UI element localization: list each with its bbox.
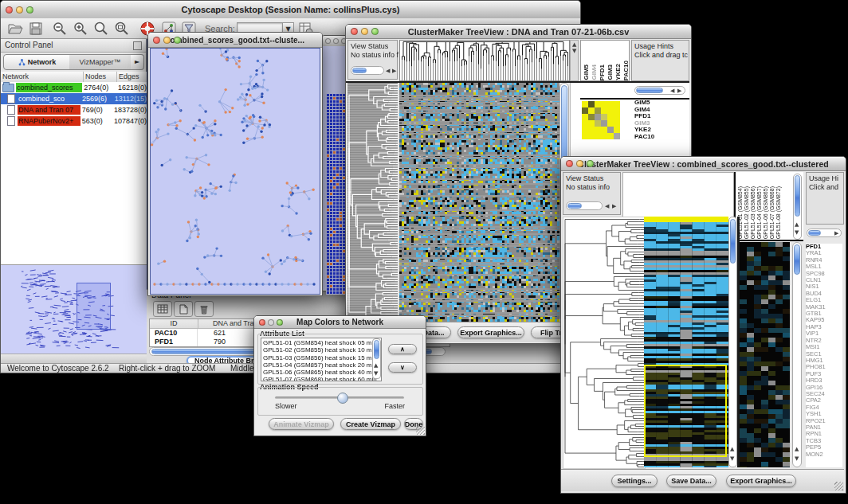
export-graphics-button[interactable]: Export Graphics... (726, 475, 796, 487)
matrix-cell[interactable] (595, 133, 601, 139)
attribute-list-item[interactable]: GPL51-03 (GSM856) heat shock 15 min (263, 354, 371, 361)
matrix-cell[interactable] (607, 133, 614, 139)
matrix-cell[interactable] (601, 120, 607, 127)
attribute-list-thumb[interactable] (374, 340, 379, 359)
matrix-cell[interactable] (588, 127, 595, 133)
scroll-left-icon[interactable]: ◀ (605, 204, 609, 209)
matrix-cell[interactable] (614, 127, 620, 133)
minimize-button[interactable] (16, 6, 23, 14)
scroll-up-icon[interactable]: ▲ (572, 42, 576, 48)
float-panel-icon[interactable] (133, 41, 142, 50)
tv1-status-scrollbar[interactable] (351, 66, 384, 75)
matrix-cell[interactable] (595, 101, 601, 107)
select-attributes-button[interactable] (153, 301, 172, 317)
tv2-selection-box[interactable] (644, 365, 727, 457)
matrix-cell[interactable] (582, 133, 588, 139)
matrix-cell[interactable] (595, 114, 601, 120)
tv2-status-scrollbar[interactable] (566, 201, 603, 210)
tv1-row-dendrogram[interactable] (347, 83, 398, 322)
zoom-out-icon[interactable] (52, 21, 68, 37)
treeview1-title-bar[interactable]: ClusterMaker TreeView : DNA and Tran 07-… (346, 25, 691, 39)
attribute-listbox[interactable]: GPL51-01 (GSM854) heat shock 05 minGPL51… (261, 338, 382, 381)
scroll-right-icon[interactable]: ▶ (612, 204, 616, 209)
zoom-button[interactable] (587, 160, 594, 167)
scroll-left-icon[interactable]: ◀ (386, 68, 390, 74)
scroll-up-icon[interactable]: ▲ (374, 363, 378, 369)
tv2-heatmap-thumb[interactable] (730, 219, 736, 264)
attribute-list-item[interactable]: GPL51-07 (GSM868) heat shock 60 min (263, 376, 371, 381)
tv2-zoom-thumb[interactable] (794, 244, 800, 275)
animate-vizmap-button[interactable]: Animate Vizmap (269, 418, 334, 430)
scroll-up-icon[interactable]: ▲ (730, 447, 734, 452)
attribute-list-item[interactable]: GPL51-02 (GSM855) heat shock 10 min (263, 346, 371, 354)
matrix-cell[interactable] (582, 127, 588, 133)
close-button[interactable] (566, 160, 573, 167)
matrix-cell[interactable] (595, 127, 601, 133)
minimize-button[interactable] (576, 160, 583, 167)
tv2-hints-scrollbar[interactable]: ▶ (807, 229, 842, 237)
tv2-status-thumb[interactable] (567, 203, 582, 209)
matrix-cell[interactable] (595, 107, 601, 114)
scroll-down-icon[interactable]: ▼ (795, 230, 799, 236)
matrix-cell[interactable] (588, 107, 595, 114)
scroll-up-icon[interactable]: ▲ (795, 222, 799, 228)
resize-grip[interactable] (416, 426, 425, 435)
scroll-right-icon[interactable]: ▶ (834, 231, 838, 236)
network-view-title-bar[interactable]: combined_scores_good.txt--cluste... (148, 33, 322, 48)
move-down-button[interactable]: ∨ (388, 362, 417, 373)
matrix-cell[interactable] (595, 120, 601, 127)
tv2-row-dendrogram[interactable] (563, 217, 646, 469)
create-vizmap-button[interactable]: Create Vizmap (340, 418, 401, 430)
minimize-button[interactable] (163, 37, 171, 44)
matrix-cell[interactable] (601, 127, 607, 133)
network-graph-canvas[interactable] (150, 48, 320, 295)
network-table-row[interactable]: DNA and Tran 07769(0)183728(0) (1, 104, 147, 115)
close-button[interactable] (259, 319, 265, 326)
inactive-minimize-button[interactable] (333, 38, 339, 44)
inactive-close-button[interactable] (325, 38, 331, 44)
col-edges[interactable]: Edges (117, 72, 147, 82)
delete-attribute-button[interactable] (194, 301, 214, 317)
matrix-cell[interactable] (582, 107, 588, 114)
matrix-cell[interactable] (614, 133, 620, 139)
birdseye-view[interactable] (1, 264, 147, 354)
matrix-cell[interactable] (614, 114, 620, 120)
scroll-left-icon[interactable]: ◀ (670, 88, 674, 94)
attribute-list-item[interactable]: GPL51-06 (GSM865) heat shock 40 min (263, 369, 371, 376)
new-attribute-button[interactable] (174, 301, 193, 317)
tv2-heatmap-vscroll[interactable]: ▲ ▼ (728, 217, 737, 467)
col-network[interactable]: Network (1, 72, 84, 82)
matrix-cell[interactable] (607, 107, 614, 114)
zoom-selected-icon[interactable] (114, 21, 130, 37)
matrix-cell[interactable] (607, 127, 614, 133)
close-button[interactable] (6, 6, 13, 14)
tab-vizmapper[interactable]: VizMapper™ (69, 54, 132, 70)
zoom-button[interactable] (26, 6, 33, 14)
attribute-list-item[interactable]: GPL51-01 (GSM854) heat shock 05 min (263, 339, 371, 346)
more-tabs-button[interactable]: ► (131, 54, 144, 70)
tab-network[interactable]: Network (3, 54, 71, 70)
close-button[interactable] (153, 37, 160, 44)
matrix-cell[interactable] (614, 107, 620, 114)
scroll-right-icon[interactable]: ▶ (677, 88, 681, 94)
network-table-row[interactable]: combined_sco2569(6)13112(15) (1, 93, 147, 104)
attribute-list-item[interactable]: GPL51-04 (GSM857) heat shock 20 min (263, 361, 371, 369)
matrix-cell[interactable] (588, 120, 595, 127)
zoom-button[interactable] (174, 37, 181, 44)
scroll-right-icon[interactable]: ▶ (392, 68, 396, 74)
main-title-bar[interactable]: Cytoscape Desktop (Session Name: collins… (1, 1, 580, 19)
matrix-cell[interactable] (614, 101, 620, 107)
slider-thumb[interactable] (337, 393, 348, 404)
matrix-cell[interactable] (601, 114, 607, 120)
scroll-up-icon[interactable]: ▲ (795, 447, 799, 452)
move-up-button[interactable]: ∧ (388, 344, 417, 354)
matrix-cell[interactable] (607, 101, 614, 107)
scroll-down-icon[interactable]: ▼ (730, 456, 734, 462)
tv1-hints-thumb[interactable] (636, 88, 663, 93)
zoom-in-icon[interactable] (73, 21, 88, 37)
export-graphics-button[interactable]: Export Graphics... (457, 326, 524, 338)
close-button[interactable] (351, 28, 358, 35)
resize-grip[interactable] (834, 482, 843, 490)
matrix-cell[interactable] (601, 133, 607, 139)
tv1-correlation-matrix[interactable] (582, 101, 620, 139)
